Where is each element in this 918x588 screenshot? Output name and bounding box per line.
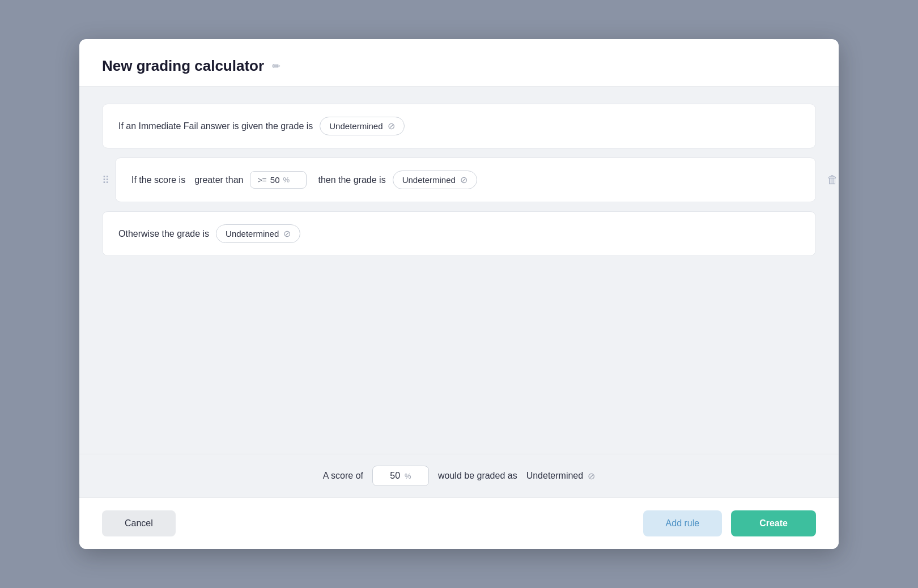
preview-grade-label: Undetermined — [526, 471, 584, 481]
preview-grade: Undetermined ⊘ — [526, 471, 596, 482]
preview-score-input[interactable]: 50 % — [372, 466, 429, 486]
cancel-button[interactable]: Cancel — [102, 510, 176, 536]
preview-percent: % — [405, 472, 411, 480]
preview-grade-icon: ⊘ — [588, 471, 595, 482]
score-value: 50 — [270, 175, 280, 185]
preview-bar: A score of 50 % would be graded as Undet… — [79, 454, 839, 497]
otherwise-text: Otherwise the grade is — [118, 229, 209, 239]
score-rule-text1: If the score is — [131, 175, 185, 185]
modal-overlay: New grading calculator ✏ If an Immediate… — [0, 0, 918, 588]
immediate-fail-grade-badge[interactable]: Undetermined ⊘ — [320, 117, 404, 135]
score-rule-wrapper: ⠿ If the score is greater than >= 50 % t… — [102, 157, 816, 202]
score-grade-label: Undetermined — [402, 175, 456, 185]
immediate-fail-grade-label: Undetermined — [329, 121, 382, 131]
modal-header: New grading calculator ✏ — [79, 39, 839, 87]
drag-handle-icon[interactable]: ⠿ — [102, 174, 108, 186]
score-grade-icon: ⊘ — [460, 174, 468, 185]
modal-actions: Cancel Add rule Create — [79, 497, 839, 549]
score-percent: % — [283, 176, 290, 184]
preview-text-after: would be graded as — [438, 471, 517, 481]
score-operator: >= — [257, 176, 266, 185]
score-grade-badge[interactable]: Undetermined ⊘ — [393, 171, 477, 189]
immediate-fail-text: If an Immediate Fail answer is given the… — [118, 121, 313, 131]
otherwise-grade-icon: ⊘ — [283, 228, 291, 239]
score-rule-card: If the score is greater than >= 50 % the… — [115, 157, 816, 202]
modal-title: New grading calculator — [102, 57, 264, 75]
score-rule-text2: then the grade is — [318, 175, 385, 185]
score-input-group[interactable]: >= 50 % — [250, 171, 307, 189]
immediate-fail-rule-card: If an Immediate Fail answer is given the… — [102, 104, 816, 148]
modal-body: If an Immediate Fail answer is given the… — [79, 87, 839, 454]
preview-score-value: 50 — [390, 471, 400, 481]
edit-icon[interactable]: ✏ — [272, 60, 280, 73]
immediate-fail-grade-icon: ⊘ — [388, 121, 395, 131]
otherwise-rule-card: Otherwise the grade is Undetermined ⊘ — [102, 211, 816, 256]
otherwise-grade-label: Undetermined — [226, 229, 279, 238]
preview-text-before: A score of — [323, 471, 363, 481]
right-actions: Add rule Create — [643, 510, 816, 536]
score-condition-text: greater than — [194, 175, 243, 185]
grading-calculator-modal: New grading calculator ✏ If an Immediate… — [79, 39, 839, 549]
create-button[interactable]: Create — [731, 510, 816, 536]
otherwise-grade-badge[interactable]: Undetermined ⊘ — [216, 224, 300, 243]
delete-rule-button[interactable]: 🗑 — [824, 171, 839, 189]
add-rule-button[interactable]: Add rule — [643, 510, 722, 536]
drag-handle-area[interactable]: ⠿ — [102, 174, 115, 186]
